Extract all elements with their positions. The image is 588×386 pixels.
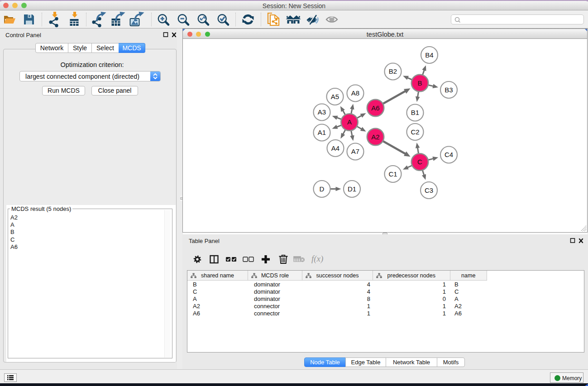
svg-text:C2: C2 [411, 128, 419, 136]
svg-text:A7: A7 [351, 148, 359, 155]
svg-text:B: B [417, 79, 422, 87]
svg-text:B1: B1 [411, 109, 419, 116]
svg-text:B4: B4 [425, 51, 433, 59]
svg-text:C3: C3 [425, 186, 433, 194]
svg-text:C1: C1 [388, 170, 397, 178]
svg-text:B3: B3 [445, 86, 453, 94]
svg-text:C: C [417, 158, 422, 166]
svg-text:A8: A8 [351, 89, 359, 97]
svg-text:A1: A1 [318, 129, 326, 136]
svg-text:A5: A5 [331, 93, 339, 100]
svg-text:A: A [347, 118, 352, 126]
svg-text:A6: A6 [371, 104, 379, 112]
svg-text:A4: A4 [331, 144, 339, 152]
svg-text:D1: D1 [348, 185, 356, 193]
svg-text:B2: B2 [389, 67, 397, 75]
svg-text:A3: A3 [318, 108, 326, 116]
svg-text:C4: C4 [445, 151, 453, 158]
svg-text:D: D [320, 185, 325, 193]
svg-text:A2: A2 [371, 133, 379, 141]
